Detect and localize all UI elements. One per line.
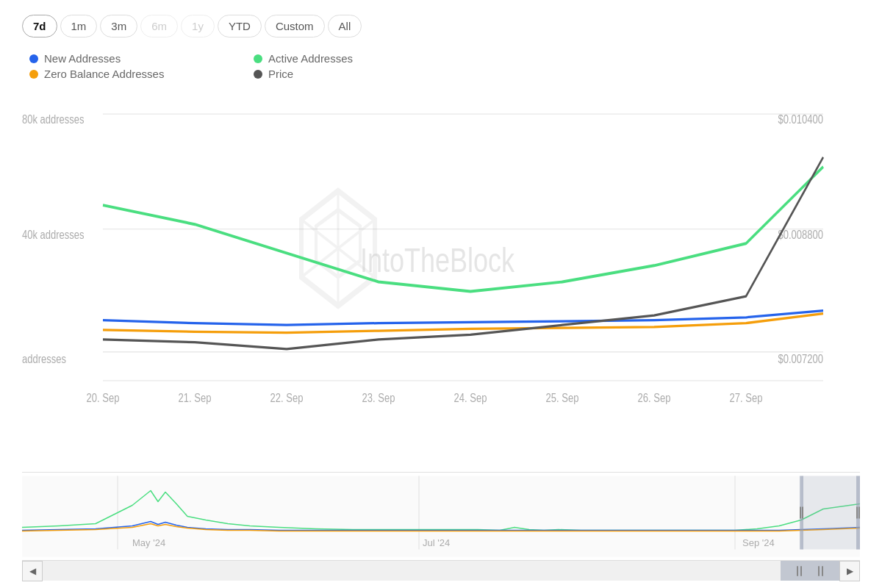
time-btn-3m[interactable]: 3m xyxy=(100,15,137,37)
time-range-bar: 7d1m3m6m1yYTDCustomAll xyxy=(22,15,860,37)
scroll-right-button[interactable]: ▶ xyxy=(839,561,860,581)
chart-area: 80k addresses 40k addresses addresses $0… xyxy=(22,95,860,581)
svg-text:Sep '24: Sep '24 xyxy=(742,537,775,548)
grip-line xyxy=(822,566,823,576)
svg-text:20. Sep: 20. Sep xyxy=(87,390,120,404)
scroll-left-button[interactable]: ◀ xyxy=(22,561,43,581)
legend-dot xyxy=(29,70,38,79)
time-btn-1y: 1y xyxy=(181,15,215,37)
legend-dot xyxy=(29,54,38,63)
chart-legend: New Addresses Active Addresses Zero Bala… xyxy=(22,52,463,80)
scroll-track[interactable] xyxy=(43,561,839,581)
legend-item-active-addresses[interactable]: Active Addresses xyxy=(254,52,463,65)
svg-text:22. Sep: 22. Sep xyxy=(270,390,304,404)
scroll-grip-left xyxy=(797,566,802,576)
svg-text:Jul '24: Jul '24 xyxy=(423,537,450,548)
time-btn-custom[interactable]: Custom xyxy=(265,15,325,37)
grip-line xyxy=(797,566,798,576)
svg-text:24. Sep: 24. Sep xyxy=(454,390,487,404)
svg-text:IntoTheBlock: IntoTheBlock xyxy=(360,241,514,280)
main-container: 7d1m3m6m1yYTDCustomAll New Addresses Act… xyxy=(0,0,882,588)
time-btn-6m: 6m xyxy=(140,15,178,37)
legend-label: Zero Balance Addresses xyxy=(44,68,164,80)
svg-text:80k addresses: 80k addresses xyxy=(22,112,85,126)
mini-chart-svg: May '24 Jul '24 Sep '24 xyxy=(22,473,860,560)
svg-text:26. Sep: 26. Sep xyxy=(638,390,671,404)
time-btn-ytd[interactable]: YTD xyxy=(218,15,262,37)
svg-text:27. Sep: 27. Sep xyxy=(730,390,763,404)
svg-text:21. Sep: 21. Sep xyxy=(179,390,212,404)
legend-dot xyxy=(254,70,262,79)
svg-text:$0.007200: $0.007200 xyxy=(778,352,823,366)
main-chart-svg: 80k addresses 40k addresses addresses $0… xyxy=(22,95,860,469)
time-btn-1m[interactable]: 1m xyxy=(60,15,98,37)
legend-dot xyxy=(254,54,262,63)
legend-label: Price xyxy=(268,68,293,80)
legend-item-price[interactable]: Price xyxy=(254,68,463,80)
mini-chart: May '24 Jul '24 Sep '24 xyxy=(22,472,860,560)
scroll-grip-right xyxy=(818,566,823,576)
legend-label: Active Addresses xyxy=(268,52,353,65)
scroll-thumb[interactable] xyxy=(781,561,839,581)
legend-item-zero-balance-addresses[interactable]: Zero Balance Addresses xyxy=(29,68,239,80)
legend-item-new-addresses[interactable]: New Addresses xyxy=(29,52,239,65)
time-btn-all[interactable]: All xyxy=(328,15,362,37)
svg-text:addresses: addresses xyxy=(22,352,66,366)
svg-text:40k addresses: 40k addresses xyxy=(22,227,85,241)
svg-text:23. Sep: 23. Sep xyxy=(362,390,395,404)
time-btn-7d[interactable]: 7d xyxy=(22,15,57,37)
svg-rect-31 xyxy=(801,476,860,550)
svg-text:25. Sep: 25. Sep xyxy=(546,390,579,404)
scrollbar[interactable]: ◀ ▶ xyxy=(22,560,860,581)
main-chart: 80k addresses 40k addresses addresses $0… xyxy=(22,95,860,469)
legend-label: New Addresses xyxy=(44,52,121,65)
grip-line xyxy=(800,566,802,576)
svg-text:May '24: May '24 xyxy=(132,537,165,548)
grip-line xyxy=(818,566,820,576)
